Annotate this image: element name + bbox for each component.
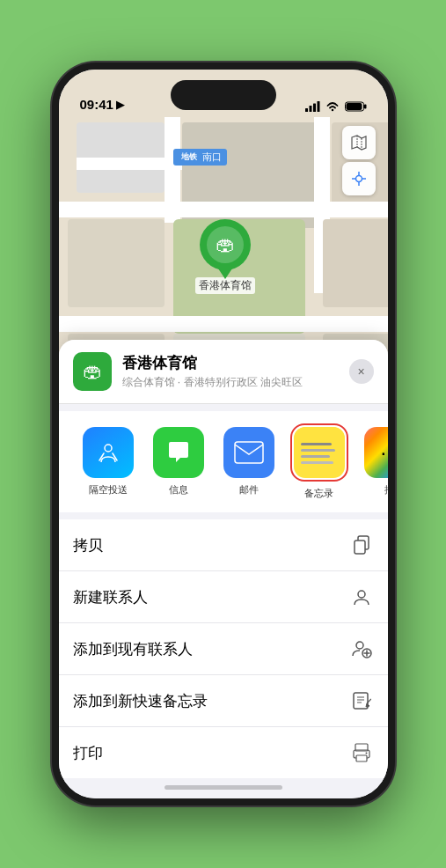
svg-point-12 [105, 445, 112, 452]
status-time: 09:41 ▶ [80, 97, 124, 112]
location-card-icon: 🏟 [73, 352, 112, 391]
status-icons [305, 101, 367, 112]
svg-rect-15 [355, 541, 365, 554]
close-button[interactable]: × [349, 359, 374, 384]
location-arrow-icon: ▶ [116, 99, 124, 111]
map-pin-circle: 🏟 [200, 219, 251, 270]
svg-point-17 [356, 642, 363, 649]
quick-memo-icon [349, 688, 374, 713]
mail-icon [223, 427, 274, 478]
action-rows: 拷贝 新建联系人 添 [59, 519, 388, 778]
share-item-more[interactable]: ··· 推 [355, 427, 388, 497]
svg-point-16 [358, 591, 365, 598]
action-add-contact[interactable]: 添加到现有联系人 [59, 623, 388, 675]
svg-rect-2 [313, 104, 316, 113]
signal-icon [305, 101, 320, 112]
print-icon [349, 740, 374, 765]
messages-label: 信息 [169, 483, 188, 497]
notes-label: 备忘录 [304, 487, 333, 500]
add-contact-label: 添加到现有联系人 [73, 639, 193, 659]
airdrop-icon [83, 427, 134, 478]
messages-icon [153, 427, 204, 478]
dynamic-island [171, 80, 276, 110]
svg-point-28 [365, 753, 367, 754]
print-label: 打印 [73, 743, 103, 763]
share-item-messages[interactable]: 信息 [143, 427, 214, 497]
action-print[interactable]: 打印 [59, 727, 388, 778]
share-item-mail[interactable]: 邮件 [214, 427, 284, 497]
svg-point-7 [355, 176, 362, 182]
location-subtitle: 综合体育馆 · 香港特别行政区 油尖旺区 [122, 375, 339, 390]
airdrop-label: 隔空投送 [89, 483, 128, 497]
more-label: 推 [384, 483, 388, 497]
new-contact-icon [349, 585, 374, 609]
mail-label: 邮件 [239, 483, 259, 497]
copy-icon [349, 533, 374, 557]
phone-frame: 09:41 ▶ [52, 63, 395, 805]
map-pin: 🏟 香港体育馆 [195, 219, 255, 294]
location-button[interactable] [342, 162, 376, 195]
map-type-button[interactable] [342, 126, 376, 159]
svg-rect-6 [346, 103, 362, 110]
clock: 09:41 [80, 97, 113, 112]
battery-icon [345, 101, 367, 112]
share-item-airdrop[interactable]: 隔空投送 [73, 427, 143, 497]
svg-rect-27 [356, 755, 367, 761]
copy-label: 拷贝 [73, 535, 103, 555]
map-pin-inner: 🏟 [207, 226, 244, 263]
location-card: 🏟 香港体育馆 综合体育馆 · 香港特别行政区 油尖旺区 × [59, 340, 388, 404]
share-item-notes[interactable]: 备忘录 [284, 423, 355, 500]
bottom-sheet: 🏟 香港体育馆 综合体育馆 · 香港特别行政区 油尖旺区 × [59, 340, 388, 798]
action-copy[interactable]: 拷贝 [59, 519, 388, 571]
action-new-contact[interactable]: 新建联系人 [59, 571, 388, 623]
new-contact-label: 新建联系人 [73, 587, 148, 607]
station-label: 地铁 南口 [173, 149, 227, 166]
add-contact-icon [349, 636, 374, 661]
location-name: 香港体育馆 [122, 353, 339, 373]
share-row: 隔空投送 信息 邮件 [59, 411, 388, 512]
location-info: 香港体育馆 综合体育馆 · 香港特别行政区 油尖旺区 [122, 353, 339, 390]
map-pin-label: 香港体育馆 [195, 277, 255, 294]
svg-rect-13 [235, 442, 263, 463]
map-controls [342, 126, 376, 195]
svg-rect-21 [354, 693, 368, 709]
quick-memo-label: 添加到新快速备忘录 [73, 691, 208, 711]
home-indicator [165, 785, 282, 790]
svg-rect-0 [305, 108, 308, 112]
wifi-icon [325, 101, 340, 112]
svg-rect-5 [364, 105, 367, 109]
svg-rect-1 [309, 106, 311, 112]
notes-icon [294, 427, 345, 478]
action-quick-memo[interactable]: 添加到新快速备忘录 [59, 675, 388, 727]
more-icon: ··· [364, 427, 388, 478]
svg-rect-3 [317, 101, 319, 112]
